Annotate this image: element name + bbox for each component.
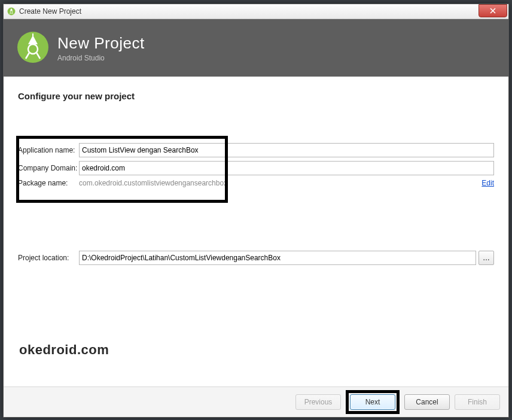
cancel-button[interactable]: Cancel	[404, 394, 450, 410]
header-title: New Project	[57, 34, 145, 53]
header-subtitle: Android Studio	[57, 54, 145, 62]
titlebar: Create New Project	[4, 4, 508, 19]
application-name-input[interactable]	[79, 143, 494, 157]
package-name-value: com.okedroid.customlistviewdengansearchb…	[79, 179, 477, 187]
wizard-header: New Project Android Studio	[4, 19, 508, 77]
wizard-content: Configure your new project Application n…	[4, 77, 508, 386]
previous-button: Previous	[295, 394, 341, 410]
finish-button: Finish	[455, 394, 500, 410]
package-name-label: Package name:	[18, 179, 79, 187]
next-button[interactable]: Next	[350, 394, 395, 410]
close-button[interactable]	[479, 4, 507, 17]
section-heading: Configure your new project	[18, 91, 494, 101]
project-location-label: Project location:	[18, 254, 79, 262]
package-name-row: Package name: com.okedroid.customlistvie…	[18, 179, 494, 187]
app-icon	[7, 7, 16, 16]
company-domain-label: Company Domain:	[18, 164, 79, 172]
browse-ellipsis-icon: …	[483, 254, 490, 262]
annotation-next-highlight: Next	[346, 390, 400, 414]
window-title: Create New Project	[19, 7, 81, 16]
browse-location-button[interactable]: …	[479, 251, 494, 265]
edit-package-link[interactable]: Edit	[481, 179, 494, 187]
project-location-row: Project location: …	[18, 251, 494, 265]
application-name-label: Application name:	[18, 146, 79, 154]
application-name-row: Application name:	[18, 143, 494, 157]
wizard-footer: Previous Next Cancel Finish	[4, 386, 508, 417]
android-studio-icon	[17, 31, 49, 65]
svg-rect-8	[32, 34, 33, 36]
company-domain-row: Company Domain:	[18, 161, 494, 175]
watermark-text: okedroid.com	[19, 342, 109, 358]
wizard-window: Create New Project New Project Android S…	[3, 4, 509, 418]
company-domain-input[interactable]	[79, 161, 494, 175]
project-location-input[interactable]	[79, 251, 476, 265]
